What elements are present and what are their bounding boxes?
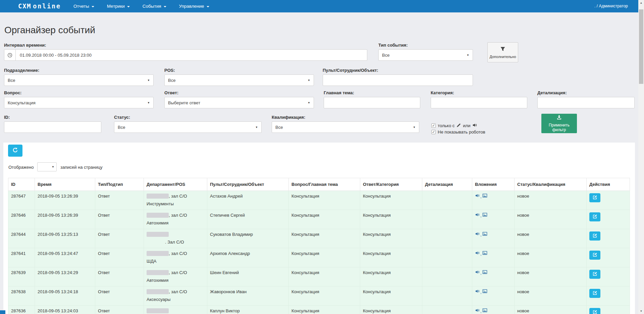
column-header: Вложения <box>472 178 515 191</box>
main-topic-input[interactable] <box>324 97 420 108</box>
scroll-down-icon[interactable]: ▼ <box>638 308 644 314</box>
category-input[interactable] <box>431 97 527 108</box>
edit-icon <box>593 195 597 201</box>
cell-time: 2018-09-05 13:25:13 <box>35 229 95 248</box>
attachment-separator: , <box>480 270 482 276</box>
menu-management[interactable]: Управление <box>173 0 216 12</box>
status-select[interactable]: Все ▼ <box>114 121 262 133</box>
device-input[interactable] <box>323 74 473 86</box>
edit-icon <box>593 233 597 239</box>
edit-icon <box>593 214 597 220</box>
answer-select[interactable]: Выберите ответ ▼ <box>164 97 314 108</box>
clock-icon[interactable] <box>4 50 16 60</box>
audio-attachment-icon[interactable] <box>475 212 480 218</box>
hide-robots-checkbox[interactable]: ✓ <box>431 130 436 134</box>
table-header-row: IDВремяТип/ПодтипДепартамент/POSПульт/Со… <box>8 178 630 191</box>
media-only-checkbox[interactable]: ✓ <box>431 123 436 128</box>
image-attachment-icon[interactable] <box>482 289 487 295</box>
audio-attachment-icon[interactable] <box>475 193 480 199</box>
menu-metrics[interactable]: Метрики <box>101 0 136 12</box>
audio-attachment-icon[interactable] <box>475 251 480 257</box>
image-attachment-icon[interactable] <box>482 251 487 257</box>
event-type-select[interactable]: Все ▼ <box>378 49 473 61</box>
cell-status: новое <box>515 286 587 306</box>
speaker-icon <box>472 123 477 128</box>
interval-input[interactable] <box>16 50 367 60</box>
refresh-button[interactable] <box>8 145 22 157</box>
edit-event-button[interactable] <box>589 289 600 298</box>
table-row: 287636 2018-09-05 13:24:03 Ответ Каплун … <box>8 306 630 314</box>
apply-filter-label: Применить фильтр <box>541 123 577 132</box>
image-attachment-icon[interactable] <box>482 270 487 276</box>
pos-select[interactable]: Все ▼ <box>164 74 314 86</box>
menu-reports[interactable]: Отчеты <box>67 0 101 12</box>
edit-event-button[interactable] <box>589 308 600 314</box>
edit-event-button[interactable] <box>589 193 600 202</box>
attachment-separator: , <box>480 289 482 295</box>
table-row: 287641 2018-09-05 13:24:47 Ответ , зал С… <box>8 248 630 267</box>
id-label: ID: <box>4 115 10 120</box>
page-title: Органайзер событий <box>4 25 95 36</box>
funnel-icon <box>500 46 505 52</box>
status-label: Статус: <box>114 115 130 120</box>
events-table: IDВремяТип/ПодтипДепартамент/POSПульт/Со… <box>8 178 630 314</box>
cell-person: Каплун Виктор <box>207 306 289 314</box>
logo-online: online <box>33 2 61 10</box>
cell-actions <box>587 267 630 286</box>
menu-events[interactable]: События <box>136 0 173 12</box>
detail-input[interactable] <box>537 97 635 108</box>
department-after: , зал С/О <box>169 213 187 218</box>
cell-attachments: , <box>472 306 515 314</box>
cell-detail <box>422 191 472 210</box>
cell-question: Консультация <box>289 191 360 210</box>
cell-detail <box>422 229 472 248</box>
department-line2: . Зал С/О <box>147 239 204 245</box>
vertical-scrollbar[interactable]: ▲ ▼ <box>638 0 644 314</box>
image-attachment-icon[interactable] <box>482 231 487 238</box>
cell-detail <box>422 210 472 229</box>
menu-management-label: Управление <box>179 4 204 9</box>
page-size-select[interactable]: ▼ <box>37 162 57 171</box>
image-attachment-icon[interactable] <box>482 212 487 218</box>
edit-event-button[interactable] <box>589 270 600 279</box>
media-only-checkbox-row[interactable]: ✓ только с или <box>431 123 477 128</box>
audio-attachment-icon[interactable] <box>475 289 480 295</box>
column-header: Вопрос/Главная тема <box>289 178 360 191</box>
select-arrow-icon: ▼ <box>308 79 310 82</box>
column-header: Статус/Квалификация <box>515 178 587 191</box>
hide-robots-checkbox-row[interactable]: ✓ Не показывать роботов <box>431 129 485 135</box>
answer-value: Выберите ответ <box>168 100 200 105</box>
event-type-label: Тип события: <box>378 43 408 48</box>
redacted-department <box>147 194 169 199</box>
cell-department: , зал С/О Аксессуары <box>144 286 207 306</box>
scroll-up-icon[interactable]: ▲ <box>638 0 644 6</box>
logo[interactable]: CXM online <box>18 2 61 10</box>
division-select[interactable]: Все ▼ <box>4 74 154 86</box>
redacted-department <box>147 308 169 313</box>
edit-event-button[interactable] <box>589 231 600 241</box>
main-topic-label: Главная тема: <box>324 90 354 95</box>
image-attachment-icon[interactable] <box>482 193 487 199</box>
audio-attachment-icon[interactable] <box>475 308 480 314</box>
question-select[interactable]: Консультация ▼ <box>4 97 154 108</box>
qualification-select[interactable]: Все ▼ <box>272 121 419 133</box>
user-menu[interactable]: . / Администратор <box>594 4 628 8</box>
edit-event-button[interactable] <box>589 251 600 260</box>
scrollbar-thumb[interactable] <box>639 9 643 84</box>
table-row: 287639 2018-09-05 13:24:29 Ответ , зал С… <box>8 267 630 286</box>
column-header: ID <box>8 178 35 191</box>
additional-filters-button[interactable]: Дополнительно <box>487 42 518 62</box>
id-input[interactable] <box>4 121 101 133</box>
cell-answer: Консультация <box>360 286 422 306</box>
cell-time: 2018-09-05 13:24:18 <box>35 286 95 306</box>
audio-attachment-icon[interactable] <box>475 231 480 238</box>
question-value: Консультация <box>8 100 36 105</box>
apply-filter-button[interactable]: Применить фильтр <box>541 114 577 133</box>
audio-attachment-icon[interactable] <box>475 270 480 276</box>
cell-answer: Консультация <box>360 191 422 210</box>
page-size-prefix: Отображено <box>8 165 34 170</box>
department-line2: Автохимия <box>147 220 204 226</box>
image-attachment-icon[interactable] <box>482 308 487 314</box>
edit-event-button[interactable] <box>589 212 600 221</box>
cell-type: Ответ <box>95 306 144 314</box>
